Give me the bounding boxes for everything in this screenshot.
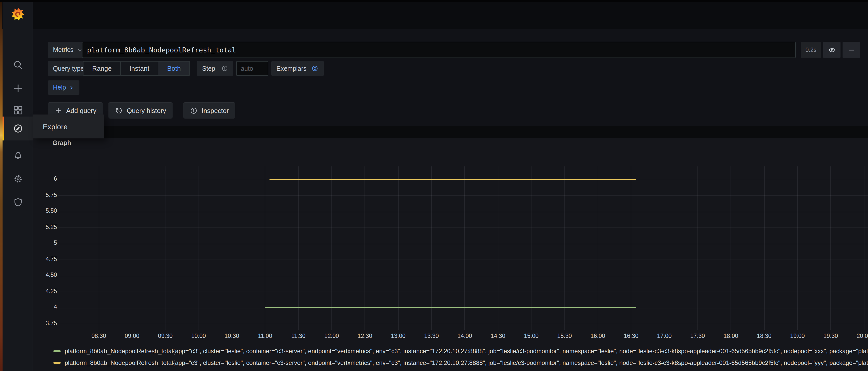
y-gridline [58,195,868,196]
legend-label: platform_8b0ab_NodepoolRefresh_total{app… [65,348,868,355]
grafana-logo[interactable] [10,7,25,21]
legend-item[interactable]: platform_8b0ab_NodepoolRefresh_total{app… [54,357,868,368]
query-type-both[interactable]: Both [159,62,190,75]
eye-icon [828,46,836,54]
x-gridline [797,166,798,330]
info-icon [190,106,197,114]
y-gridline [58,212,868,212]
x-tick-label: 18:00 [717,333,745,339]
help-label: Help [53,84,66,91]
series-line [265,307,637,308]
x-tick-label: 10:30 [218,333,246,339]
x-gridline [698,166,698,330]
y-tick-label: 5.75 [33,192,57,198]
x-tick-label: 08:30 [85,333,113,339]
legend-swatch [54,362,61,364]
x-gridline [198,166,199,330]
x-tick-label: 14:30 [484,333,512,339]
x-gridline [864,166,864,330]
graph-legend: platform_8b0ab_NodepoolRefresh_total{app… [54,345,868,369]
x-gridline [465,166,465,330]
y-gridline [58,259,868,260]
top-navbar [2,2,868,29]
query-type-label: Query type [53,65,84,72]
x-gridline [431,166,432,330]
x-tick-label: 13:30 [418,333,445,339]
sidebar-flyout-explore[interactable]: Explore [33,115,104,138]
inspector-label: Inspector [202,106,229,114]
x-gridline [664,166,664,330]
query-expression-input[interactable] [82,42,796,58]
info-icon[interactable] [221,65,228,72]
grafana-explore-page: Explore Explore Prometheus Split [0,0,868,371]
x-tick-label: 19:30 [817,333,844,339]
remove-query-button[interactable] [842,42,860,58]
y-tick-label: 5.50 [33,208,57,214]
legend-item[interactable]: platform_8b0ab_NodepoolRefresh_total{app… [54,345,868,357]
window-top-edge [0,0,868,2]
query-history-button[interactable]: Query history [108,102,173,119]
settings-gear-icon[interactable] [12,174,23,184]
x-gridline [165,166,165,330]
admin-shield-icon[interactable] [12,197,23,208]
query-duration-badge: 0.2s [801,42,821,58]
x-gridline [731,166,731,330]
x-tick-label: 18:30 [750,333,778,339]
query-type-range[interactable]: Range [84,62,121,75]
x-gridline [564,166,565,330]
x-gridline [631,166,631,330]
history-icon [115,106,123,114]
x-tick-label: 11:00 [251,333,279,339]
sidebar-active-indicator [2,117,4,141]
x-tick-label: 11:30 [285,333,312,339]
x-tick-label: 13:00 [384,333,412,339]
x-tick-label: 09:00 [118,333,146,339]
search-icon[interactable] [12,60,23,70]
sidebar-flyout-label: Explore [43,122,68,130]
x-tick-label: 10:00 [185,333,212,339]
x-tick-label: 12:00 [318,333,345,339]
dashboards-icon[interactable] [12,105,23,116]
plus-icon [55,106,62,114]
x-tick-label: 15:00 [518,333,545,339]
x-gridline [365,166,365,330]
sidebar [2,2,33,371]
x-tick-label: 16:30 [617,333,645,339]
step-input[interactable] [236,61,268,76]
y-tick-label: 5.25 [33,224,57,230]
create-plus-icon[interactable] [12,83,23,94]
x-tick-label: 19:00 [784,333,811,339]
x-gridline [598,166,598,330]
section-splitter[interactable] [33,126,868,138]
y-gridline [58,276,868,276]
query-visibility-button[interactable] [823,42,840,58]
alerting-bell-icon[interactable] [12,150,23,161]
metrics-label: Metrics [53,46,73,54]
exemplars-toggle-icon[interactable] [311,65,319,72]
x-gridline [764,166,765,330]
x-tick-label: 17:30 [684,333,711,339]
help-link[interactable]: Help [48,81,79,95]
query-duration-value: 0.2s [805,47,816,53]
query-type-instant[interactable]: Instant [121,62,159,75]
inspector-button[interactable]: Inspector [183,102,236,119]
explore-compass-icon[interactable] [12,123,23,134]
x-tick-label: 16:00 [584,333,612,339]
exemplars-label: Exemplars [276,65,307,72]
x-tick-label: 15:30 [551,333,578,339]
x-tick-label: 14:00 [451,333,478,339]
background-window-edge [0,0,2,371]
y-tick-label: 5 [33,240,57,246]
exemplars-chip: Exemplars [271,61,324,76]
graph-plot: 65.755.505.2554.754.504.2543.7508:3009:0… [33,138,868,371]
x-gridline [398,166,398,330]
y-gridline [58,291,868,292]
step-label: Step [202,65,215,72]
both-label: Both [167,65,181,72]
x-gridline [531,166,531,330]
y-gridline [58,308,868,308]
y-tick-label: 4.25 [33,288,57,294]
legend-label: platform_8b0ab_NodepoolRefresh_total{app… [65,359,868,366]
step-chip: Step [197,61,233,76]
y-tick-label: 4.50 [33,272,57,278]
